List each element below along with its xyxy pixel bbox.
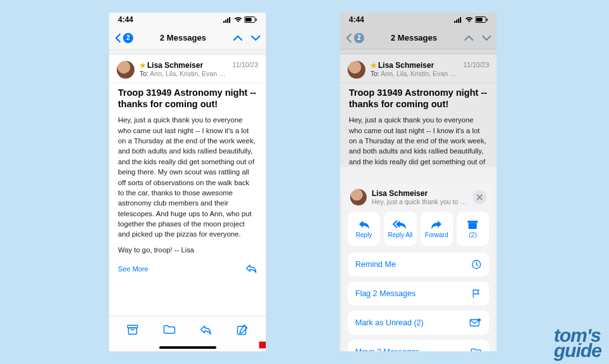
reply-action[interactable]: Reply	[348, 212, 380, 246]
reply-all-icon	[393, 219, 408, 230]
nav-title: 2 Messages	[391, 33, 437, 42]
nav-title: 2 Messages	[160, 33, 206, 42]
message-header[interactable]: ★ Lisa Schmeiser To: Ann, Lila, Kristin,…	[109, 55, 266, 83]
message-body: Hey, just a quick thank you to everyone …	[340, 115, 497, 167]
message-date: 11/10/23	[463, 61, 489, 68]
status-time: 4:44	[118, 15, 133, 24]
flag-icon	[471, 289, 481, 299]
prev-message-sliver	[109, 49, 266, 55]
svg-rect-13	[456, 20, 457, 23]
forward-icon	[430, 219, 443, 230]
avatar	[350, 189, 367, 205]
message-body: Hey, just a quick thank you to everyone …	[109, 115, 266, 255]
svg-rect-19	[468, 221, 478, 223]
battery-icon	[244, 16, 257, 23]
message-subject: Troop 31949 Astronomy night -- thanks fo…	[109, 83, 266, 115]
vip-star-icon: ★	[370, 62, 377, 70]
see-more-link[interactable]: See More	[118, 265, 148, 273]
reply-icon	[358, 219, 370, 230]
reply-all-action[interactable]: Reply All	[384, 212, 416, 246]
vip-star-icon: ★	[140, 62, 146, 70]
svg-point-23	[478, 318, 481, 322]
phone-screenshot-right: 4:44 2 2 Messages ★ Lisa Schmeiser To:	[340, 13, 497, 351]
signal-icon	[223, 16, 232, 23]
close-button[interactable]	[473, 190, 487, 204]
archive-icon	[467, 220, 478, 230]
reply-button[interactable]	[199, 323, 213, 337]
quick-reply-icon[interactable]	[246, 264, 257, 273]
next-message-icon	[481, 34, 492, 42]
nav-bar: 2 2 Messages	[340, 27, 497, 49]
status-bar: 4:44	[340, 13, 497, 27]
svg-rect-8	[128, 328, 136, 334]
message-card-dimmed: ★ Lisa Schmeiser To: Ann, Lila, Kristin,…	[340, 55, 497, 167]
reply-action-sheet: Lisa Schmeiser Hey, just a quick thank y…	[343, 183, 494, 351]
signal-icon	[454, 16, 463, 23]
archive-action[interactable]: (2)	[457, 212, 489, 246]
compose-button[interactable]	[235, 323, 249, 337]
status-time: 4:44	[349, 15, 364, 24]
battery-icon	[475, 16, 488, 23]
unread-icon	[469, 318, 481, 327]
sheet-header: Lisa Schmeiser Hey, just a quick thank y…	[348, 188, 489, 212]
back-icon	[345, 33, 353, 43]
recipients-line[interactable]: To: Ann, Lila, Kristin, Evan & 17 more……	[140, 70, 227, 77]
avatar	[348, 61, 365, 79]
prev-message-sliver	[340, 49, 497, 55]
sender-name: Lisa Schmeiser	[147, 61, 203, 70]
message-date: 11/10/23	[232, 61, 258, 68]
status-bar: 4:44	[109, 13, 266, 27]
primary-actions-row: Reply Reply All Forward (2)	[348, 212, 489, 246]
svg-rect-15	[460, 17, 461, 23]
remind-me-action[interactable]: Remind Me	[348, 252, 489, 276]
sheet-preview: Hey, just a quick thank you to everyone…	[372, 198, 468, 205]
message-card: ★ Lisa Schmeiser To: Ann, Lila, Kristin,…	[109, 55, 266, 280]
svg-rect-2	[227, 18, 228, 23]
status-icons	[454, 16, 488, 23]
svg-rect-12	[454, 21, 455, 23]
svg-rect-1	[225, 20, 226, 23]
prev-message-icon	[464, 34, 474, 42]
svg-rect-6	[256, 18, 257, 21]
next-message-icon[interactable]	[251, 34, 261, 42]
svg-rect-5	[246, 18, 252, 22]
svg-rect-20	[469, 223, 477, 229]
move-button[interactable]	[162, 323, 176, 337]
status-icons	[223, 16, 257, 23]
prev-message-icon[interactable]	[233, 34, 243, 42]
thread-count-badge: 2	[123, 33, 133, 43]
archive-button[interactable]	[126, 323, 140, 337]
svg-rect-0	[223, 21, 225, 23]
flag-action[interactable]: Flag 2 Messages	[348, 282, 489, 306]
mark-unread-action[interactable]: Mark as Unread (2)	[348, 311, 489, 335]
clock-icon	[471, 259, 481, 270]
watermark: tom's guide	[554, 328, 601, 359]
forward-action[interactable]: Forward	[421, 212, 453, 246]
nav-bar: 2 2 Messages	[109, 27, 266, 49]
home-indicator[interactable]	[159, 346, 216, 349]
svg-rect-3	[229, 17, 230, 23]
folder-icon	[471, 348, 481, 352]
avatar	[117, 61, 134, 79]
sender-name: Lisa Schmeiser	[378, 61, 434, 70]
wifi-icon	[465, 16, 473, 23]
svg-rect-18	[487, 18, 488, 21]
thread-count-badge: 2	[354, 33, 364, 43]
sheet-sender-name: Lisa Schmeiser	[372, 189, 468, 198]
close-icon	[476, 194, 483, 200]
wifi-icon	[234, 16, 242, 23]
phone-screenshot-left: 4:44 2 2 Messages ★ Lisa Schmeiser	[109, 13, 266, 351]
move-messages-action[interactable]: Move 2 Messages…	[348, 340, 489, 351]
svg-rect-17	[476, 18, 483, 22]
back-icon[interactable]	[114, 33, 122, 43]
message-subject: Troop 31949 Astronomy night -- thanks fo…	[340, 83, 497, 115]
svg-rect-14	[458, 18, 459, 23]
